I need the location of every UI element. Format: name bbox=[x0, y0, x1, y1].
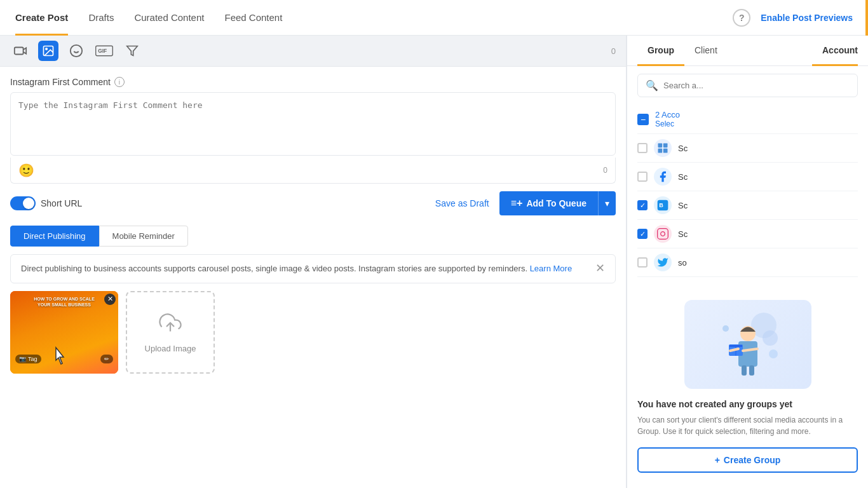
info-banner-close-button[interactable]: ✕ bbox=[595, 262, 605, 274]
instagram-badge-icon: 📷 bbox=[19, 356, 26, 362]
help-icon[interactable]: ? bbox=[733, 9, 750, 27]
direct-publishing-tab[interactable]: Direct Publishing bbox=[10, 226, 99, 247]
tab-curated-content[interactable]: Curated Content bbox=[134, 1, 204, 36]
search-box: 🔍 bbox=[637, 74, 858, 97]
account-item: so bbox=[637, 248, 858, 277]
account-avatar-3: B bbox=[654, 196, 672, 214]
instagram-comment-info-icon[interactable]: i bbox=[114, 77, 125, 87]
search-input[interactable] bbox=[663, 81, 850, 90]
tab-account[interactable]: Account bbox=[812, 36, 858, 66]
tab-client[interactable]: Client bbox=[684, 36, 728, 66]
select-all-item[interactable]: − 2 Acco Selec bbox=[637, 105, 858, 134]
create-group-label: Create Group bbox=[724, 455, 780, 465]
account-checkbox-2[interactable] bbox=[637, 172, 648, 182]
svg-point-2 bbox=[46, 48, 48, 50]
svg-rect-10 bbox=[658, 144, 663, 148]
video-icon[interactable] bbox=[10, 41, 31, 61]
instagram-comment-section: Instagram First Comment i 🙂 0 bbox=[0, 67, 626, 184]
account-avatar-5 bbox=[654, 254, 672, 271]
svg-rect-25 bbox=[742, 365, 747, 376]
create-group-button[interactable]: + Create Group bbox=[637, 447, 858, 473]
info-banner-text: Direct publishing to business accounts s… bbox=[21, 262, 572, 275]
tab-drafts[interactable]: Drafts bbox=[88, 1, 114, 36]
nav-right: ? Enable Post Previews bbox=[733, 9, 853, 27]
account-name-4: Sc bbox=[678, 229, 858, 239]
svg-rect-13 bbox=[663, 149, 668, 153]
svg-marker-8 bbox=[127, 46, 138, 56]
learn-more-link[interactable]: Learn More bbox=[530, 264, 572, 273]
add-queue-button-group: ≡+ Add To Queue ▾ bbox=[499, 191, 616, 215]
main-layout: GIF 0 Instagram First Comment i 🙂 0 Shor bbox=[0, 36, 868, 488]
tab-create-post[interactable]: Create Post bbox=[15, 1, 68, 36]
groups-illustration bbox=[684, 300, 811, 389]
left-panel: GIF 0 Instagram First Comment i 🙂 0 Shor bbox=[0, 36, 627, 488]
mobile-reminder-tab[interactable]: Mobile Reminder bbox=[99, 226, 188, 247]
short-url-toggle-wrap: Short URL bbox=[10, 196, 82, 210]
svg-rect-0 bbox=[15, 48, 24, 55]
top-nav: Create Post Drafts Curated Content Feed … bbox=[0, 0, 868, 36]
upload-image-label: Upload Image bbox=[145, 344, 196, 353]
upload-image-box[interactable]: Upload Image bbox=[126, 291, 215, 374]
image-icon[interactable] bbox=[38, 41, 58, 61]
tab-feed-content[interactable]: Feed Content bbox=[224, 1, 282, 36]
groups-empty-title: You have not created any groups yet bbox=[637, 399, 858, 409]
account-list: − 2 Acco Selec Sc bbox=[627, 105, 868, 285]
comment-emoji-icon[interactable]: 🙂 bbox=[18, 163, 34, 178]
add-queue-dropdown-button[interactable]: ▾ bbox=[598, 191, 616, 215]
svg-rect-12 bbox=[658, 149, 663, 153]
toolbar-char-count: 0 bbox=[611, 46, 616, 56]
instagram-comment-label: Instagram First Comment i bbox=[10, 77, 616, 87]
nav-right-border-accent bbox=[865, 0, 868, 36]
publish-tabs: Direct Publishing Mobile Reminder bbox=[0, 223, 626, 247]
svg-point-3 bbox=[71, 45, 82, 57]
toolbar-row: GIF 0 bbox=[0, 36, 626, 67]
comment-char-count: 0 bbox=[603, 166, 607, 175]
upload-icon bbox=[159, 311, 182, 339]
thumb-inner: HOW TO GROW AND SCALEYOUR SMALL BUSINESS… bbox=[10, 291, 118, 374]
thumb-tag-label: Tag bbox=[28, 356, 37, 362]
enable-post-previews-button[interactable]: Enable Post Previews bbox=[761, 13, 853, 23]
account-item: Sc bbox=[637, 134, 858, 163]
select-all-sublabel: Selec bbox=[655, 119, 680, 128]
svg-point-19 bbox=[763, 330, 778, 346]
account-avatar-4 bbox=[654, 225, 672, 243]
groups-empty-state: You have not created any groups yet You … bbox=[627, 285, 868, 488]
save-draft-button[interactable]: Save as Draft bbox=[435, 198, 489, 208]
tab-group[interactable]: Group bbox=[637, 36, 684, 66]
thumb-badge-icon: ✏ bbox=[104, 356, 109, 362]
account-checkbox-4[interactable]: ✓ bbox=[637, 229, 648, 239]
filter-icon[interactable] bbox=[122, 41, 142, 61]
search-icon: 🔍 bbox=[646, 79, 658, 92]
select-all-info: 2 Acco Selec bbox=[655, 110, 680, 128]
account-checkbox-5[interactable] bbox=[637, 257, 648, 268]
nav-tabs: Create Post Drafts Curated Content Feed … bbox=[15, 0, 282, 35]
add-to-queue-button[interactable]: ≡+ Add To Queue bbox=[499, 191, 598, 215]
image-thumbnail[interactable]: HOW TO GROW AND SCALEYOUR SMALL BUSINESS… bbox=[10, 291, 118, 374]
account-name-1: Sc bbox=[678, 144, 858, 153]
short-url-label: Short URL bbox=[41, 198, 82, 208]
account-name-3: Sc bbox=[678, 201, 858, 210]
svg-rect-11 bbox=[663, 144, 668, 148]
svg-point-27 bbox=[722, 325, 729, 332]
deselect-all-icon[interactable]: − bbox=[637, 114, 649, 125]
select-all-count: 2 Acco bbox=[655, 110, 680, 119]
account-avatar-1 bbox=[654, 139, 672, 157]
account-name-5: so bbox=[678, 258, 858, 268]
svg-text:B: B bbox=[659, 202, 663, 208]
gif-icon[interactable]: GIF bbox=[94, 41, 114, 61]
svg-text:GIF: GIF bbox=[98, 48, 107, 55]
controls-row: Short URL Save as Draft ≡+ Add To Queue … bbox=[0, 184, 626, 223]
account-item: ✓ B Sc bbox=[637, 191, 858, 220]
emoji-toolbar-icon[interactable] bbox=[66, 41, 86, 61]
short-url-toggle[interactable] bbox=[10, 196, 36, 210]
groups-empty-desc: You can sort your client's different soc… bbox=[637, 414, 858, 437]
svg-point-28 bbox=[769, 349, 778, 358]
account-checkbox-3[interactable]: ✓ bbox=[637, 200, 648, 210]
create-group-plus-icon: + bbox=[715, 455, 720, 465]
svg-rect-16 bbox=[658, 229, 668, 240]
account-item: Sc bbox=[637, 163, 858, 191]
account-item: ✓ Sc bbox=[637, 220, 858, 248]
right-panel: Group Client Account 🔍 − 2 Acco Selec bbox=[627, 36, 868, 488]
instagram-comment-textarea[interactable] bbox=[10, 92, 616, 156]
account-checkbox-1[interactable] bbox=[637, 143, 648, 153]
